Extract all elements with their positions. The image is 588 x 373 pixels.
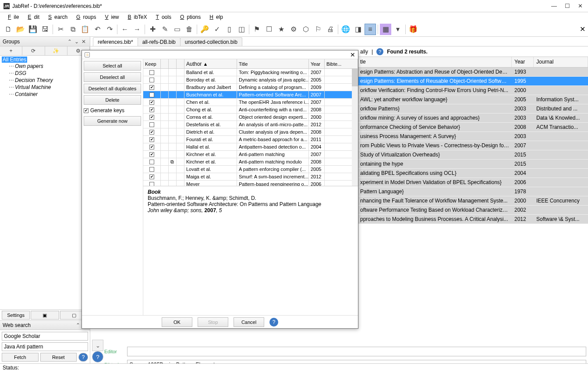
menu-groups[interactable]: Groups [71,13,99,21]
editor-field[interactable] [127,347,586,356]
groups-tree[interactable]: All Entries Own papers DSG Decision Theo… [0,56,90,99]
col-dlg-title[interactable]: Title [237,59,309,69]
help-icon[interactable]: ? [376,48,383,55]
deselect-dup-button[interactable]: Deselect all duplicates [84,84,141,93]
list-item[interactable]: ⧉Kirchner et al.Anti-pattern matching mo… [143,158,358,166]
list-item[interactable]: ✔Chen et al.The openEHR Java reference i… [143,99,358,106]
tab-allrefs[interactable]: all-refs-DB.bib [138,37,181,46]
generate-now-button[interactable]: Generate now [84,116,141,126]
ok-button[interactable]: OK [162,317,192,327]
list-item[interactable]: ✔Correa et al.Object oriented design exp… [143,114,358,121]
list-item[interactable]: Lovatt et al.A pattern enforcing compile… [143,166,358,173]
cancel-button[interactable]: Cancel [234,317,264,327]
menu-view[interactable]: View [99,13,121,21]
list-item[interactable]: ✔Buschmann et al.Pattern-oriented Softwa… [143,91,358,99]
tree-item[interactable]: Own papers [2,63,88,70]
tree-item[interactable]: Virtual Machine [2,84,88,91]
dropdown-icon[interactable]: ▾ [392,24,404,35]
menu-search[interactable]: Search [43,13,70,21]
gear-icon[interactable]: ⚙ [288,24,299,35]
gift-icon[interactable]: 🎁 [407,24,419,35]
list-item[interactable]: ✔Maiga et al.Smurf: A svm-based incremen… [143,173,358,181]
tree-all-entries[interactable]: All Entries [2,57,27,63]
close-button[interactable]: ✕ [578,3,583,9]
reset-button[interactable]: Reset [40,353,77,362]
star-icon[interactable]: ★ [276,24,287,35]
list-item[interactable]: ✔Hallal et al.Antipattern-based detectio… [143,143,358,151]
refresh-group-button[interactable]: ⟳ [22,46,45,55]
list-item[interactable]: ✔Fourati et al.A metric-based approach f… [143,136,358,143]
print-icon[interactable]: 🖨 [325,24,336,35]
highlight-icon[interactable]: ▦ [380,24,391,35]
book-icon[interactable]: ▯ [223,24,235,35]
col-journal[interactable]: Journal [534,57,588,67]
list-item[interactable]: Destefanis et al.An analysis of anti-mic… [143,121,358,128]
ws-collapse-icon[interactable]: ⌃ [75,322,81,328]
fetch-button[interactable]: Fetch [2,353,39,362]
cut-icon[interactable]: ✂ [55,24,66,35]
redo-icon[interactable]: ↷ [104,24,115,35]
list-item[interactable]: ✔Bradbury and JalbertDefining a catalog … [143,84,358,91]
minimize-button[interactable]: — [551,3,557,9]
new-icon[interactable]: 🗋 [3,24,14,35]
entry-editor-icon[interactable]: ▭ [171,24,183,35]
save-all-icon[interactable]: 🖫 [39,24,51,35]
close-panel-icon[interactable]: ✕ [80,39,87,45]
generate-keys-checkbox[interactable]: ✔Generate keys [84,107,141,114]
provider-select[interactable] [2,332,88,341]
dialog-close-icon[interactable]: ✕ [350,51,355,58]
undo-icon[interactable]: ↶ [92,24,103,35]
back-icon[interactable]: ← [119,24,131,35]
entry-tab-down[interactable]: ⌄ [92,340,103,351]
flag-icon[interactable]: ⚐ [312,24,324,35]
tree-item[interactable]: Container [2,91,88,98]
copy-icon[interactable]: ⧉ [67,24,78,35]
dialog-help-icon[interactable]: ? [269,318,278,327]
delete-icon[interactable]: 🗑 [184,24,195,35]
bookmark-icon[interactable]: ⚑ [251,24,262,35]
close-tab-icon[interactable]: ✕ [580,25,585,33]
tab-references[interactable]: references.bib* [93,37,138,46]
list-item[interactable]: Balland et al.Tom: Piggybacking rewritin… [143,69,358,76]
menu-edit[interactable]: Edit [22,13,42,21]
list-item[interactable]: MeyerPattern-based reengineering o...200… [143,181,358,186]
col-dlg-year[interactable]: Year [309,59,325,69]
panel-icon[interactable]: ◨ [352,24,364,35]
list-item[interactable]: ✔Kirchner et al.Anti-pattern matching200… [143,151,358,158]
cleanup-icon[interactable]: ✓ [211,24,223,35]
list-item[interactable]: ✔Chong et al.Anti-counterfeiting with a … [143,106,358,114]
menu-help[interactable]: Help [204,13,226,21]
library-icon[interactable]: ◫ [236,24,247,35]
col-keep[interactable]: Keep [143,59,161,69]
add-group-button[interactable]: + [0,46,22,55]
collapse-icon[interactable]: ⌃ [66,39,73,45]
list-item[interactable]: ✔Dietrich et al.Cluster analysis of java… [143,128,358,136]
autogroup-button[interactable]: ✨ [45,46,67,55]
forward-icon[interactable]: → [131,24,143,35]
key-icon[interactable]: 🔑 [199,24,210,35]
open-icon[interactable]: 📂 [15,24,26,35]
col-author[interactable]: Author ▲ [184,59,237,69]
bookmark2-icon[interactable]: ☐ [263,24,275,35]
entry-tab-help[interactable]: ? [92,351,103,362]
new-entry-icon[interactable]: ✚ [147,24,158,35]
expand-icon[interactable]: ⌄ [73,39,80,45]
col-year[interactable]: Year [512,57,534,67]
deselect-all-button[interactable]: Deselect all [84,72,141,82]
col-title[interactable]: tle [358,57,512,67]
menu-bibtex[interactable]: BibTeX [123,13,150,21]
menu-tools[interactable]: Tools [151,13,174,21]
edit-entry-icon[interactable]: ✎ [159,24,170,35]
search-query-input[interactable] [2,342,88,351]
tab-unsorted[interactable]: unsorted-collection.bib [180,37,242,46]
relevance-icon[interactable]: ⬡ [300,24,312,35]
scrollbar[interactable] [352,69,358,186]
tree-item[interactable]: Decision Theory [2,77,88,84]
delete-button[interactable]: Delete [84,95,141,105]
save-icon[interactable]: 💾 [27,24,39,35]
toggle-groups-icon[interactable]: ≡ [365,24,376,35]
menu-file[interactable]: File [3,13,21,21]
tree-item[interactable]: DSG [2,70,88,77]
settings-button[interactable]: Settings [2,311,30,320]
maximize-button[interactable]: ☐ [565,3,570,9]
